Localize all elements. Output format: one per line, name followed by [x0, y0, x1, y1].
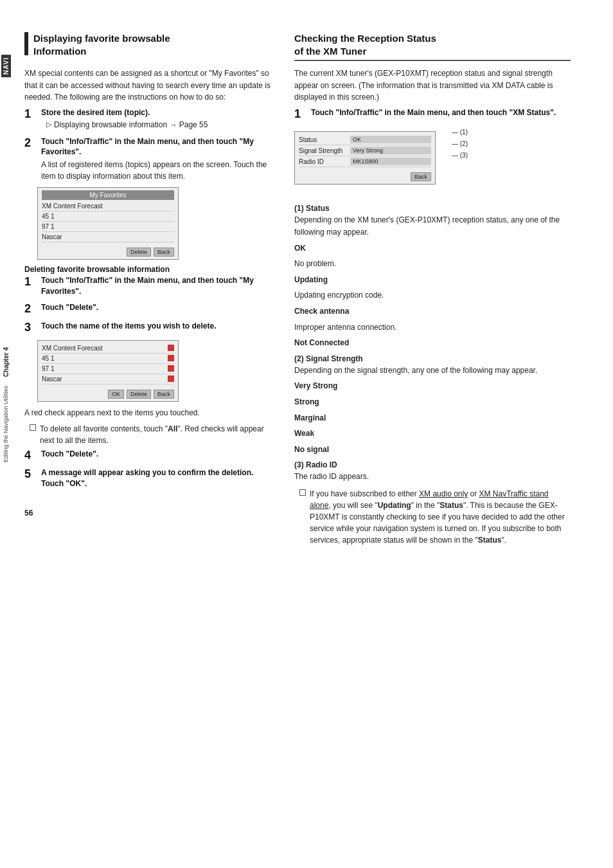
radioid-heading: (3) Radio ID: [294, 460, 571, 469]
check-item-text: To delete all favorite contents, touch "…: [40, 423, 275, 446]
delete-step-2-content: Touch "Delete".: [41, 302, 275, 313]
del-screen-buttons: OK Delete Back: [42, 387, 174, 399]
step-2-desc: A list of registered items (topics) appe…: [41, 159, 275, 182]
delete-step-1-content: Touch "Info/Traffic" in the Main menu, a…: [41, 275, 275, 297]
status-updating-desc: Updating encryption code.: [294, 289, 571, 302]
right-intro-text: The current XM tuner's (GEX-P10XMT) rece…: [294, 68, 571, 104]
del-screen-row-2: 45 1: [42, 354, 174, 364]
status-check-antenna-desc: Improper antenna connection.: [294, 321, 571, 334]
xm-audio-link: XM audio only: [419, 489, 468, 498]
final-step-4-title: Touch "Delete".: [41, 449, 275, 460]
delete-step-2-title: Touch "Delete".: [41, 302, 275, 313]
back-button[interactable]: Back: [154, 248, 174, 257]
signal-row: Signal Strength Very Strong: [299, 145, 431, 156]
delete-step-2: 2 Touch "Delete".: [24, 302, 275, 316]
del-screen-row-4: Nascar: [42, 374, 174, 384]
xm-status-screen: Status OK Signal Strength Very Strong Ra…: [294, 131, 436, 185]
chapter4-label: Chapter 4: [3, 347, 10, 377]
radioid-row: Radio ID MK1S800: [299, 156, 431, 167]
step-1: 1 Store the desired item (topic). ▷ Disp…: [24, 107, 275, 131]
status-heading: (1) Status: [294, 204, 571, 213]
left-column: Displaying favorite browsable Informatio…: [24, 32, 275, 548]
status-ok: OK: [294, 242, 571, 255]
step-1-sub: ▷ Displaying browsable information → Pag…: [46, 120, 275, 129]
delete-step-1-title: Touch "Info/Traffic" in the Main menu, a…: [41, 275, 275, 297]
delete-step-3: 3 Touch the name of the items you wish t…: [24, 321, 275, 335]
signal-no-signal: No signal: [294, 444, 571, 456]
screen-row-4: Nascar: [42, 232, 174, 242]
page-number: 56: [24, 509, 275, 518]
screen-row-2: 45 1: [42, 212, 174, 222]
step-2: 2 Touch "Info/Traffic" in the Main menu,…: [24, 136, 275, 183]
screen-row-1: XM Content Forecast: [42, 201, 174, 212]
editing-label: Editing the Navigation Utilities: [3, 386, 9, 462]
xm-back-btn-row: Back: [299, 170, 431, 181]
del-back-button[interactable]: Back: [154, 390, 174, 399]
checkbox-icon: [30, 424, 36, 431]
delete-step-1: 1 Touch "Info/Traffic" in the Main menu,…: [24, 275, 275, 297]
delete-screen: XM Content Forecast 45 1 97 1 Nascar OK …: [37, 340, 179, 402]
check-item-1: To delete all favorite contents, touch "…: [30, 423, 275, 446]
right-section-title: Checking the Reception Status of the XM …: [294, 32, 571, 61]
final-step-5-title: A message will appear asking you to conf…: [41, 467, 275, 489]
signal-very-strong: Very Strong: [294, 380, 571, 392]
my-favorites-screen: My Favorites XM Content Forecast 45 1 97…: [37, 187, 179, 260]
signal-marginal: Marginal: [294, 412, 571, 424]
signal-weak: Weak: [294, 428, 571, 440]
signal-desc: Depending on the signal strength, any on…: [294, 365, 571, 377]
status-desc: Depending on the XM tuner's (GEX-P10XMT)…: [294, 214, 571, 238]
annotation-3: — (3): [452, 152, 468, 159]
footnote-checkbox-icon: [299, 489, 306, 496]
signal-heading: (2) Signal Strength: [294, 354, 571, 363]
step-1-title: Store the desired item (topic).: [41, 107, 275, 118]
page-container: NAVI Chapter 4 Editing the Navigation Ut…: [0, 0, 613, 868]
step-2-title: Touch "Info/Traffic" in the Main menu, a…: [41, 136, 275, 158]
delete-subsection-heading: Deleting favorite browsable information: [24, 265, 275, 274]
final-step-4: 4 Touch "Delete".: [24, 449, 275, 463]
screen-row-3: 97 1: [42, 222, 174, 232]
status-row: Status OK: [299, 134, 431, 145]
status-ok-desc: No problem.: [294, 258, 571, 270]
right-step-1-content: Touch "Info/Traffic" in the Main menu, a…: [311, 107, 571, 118]
right-step-1-title: Touch "Info/Traffic" in the Main menu, a…: [311, 107, 571, 118]
main-content: Displaying favorite browsable Informatio…: [18, 26, 613, 842]
footnote-text: If you have subscribed to either XM audi…: [310, 488, 571, 546]
del-screen-row-1: XM Content Forecast: [42, 343, 174, 354]
sidebar: NAVI Chapter 4 Editing the Navigation Ut…: [0, 26, 18, 842]
two-column-layout: Displaying favorite browsable Informatio…: [24, 32, 594, 548]
annotation-1: — (1): [452, 129, 468, 136]
del-screen-row-3: 97 1: [42, 364, 174, 374]
left-section-header: Displaying favorite browsable Informatio…: [24, 32, 275, 61]
screen-buttons: Delete Back: [42, 245, 174, 257]
xm-status-screen-wrapper: Status OK Signal Strength Very Strong Ra…: [294, 126, 436, 191]
final-step-5-content: A message will appear asking you to conf…: [41, 467, 275, 489]
final-step-5: 5 A message will appear asking you to co…: [24, 467, 275, 489]
signal-strong: Strong: [294, 396, 571, 408]
radioid-desc: The radio ID appears.: [294, 471, 571, 483]
ok-button[interactable]: OK: [108, 390, 124, 399]
footnote-item: If you have subscribed to either XM audi…: [299, 488, 571, 546]
after-delete-text: A red check appears next to the items yo…: [24, 407, 275, 419]
status-check-antenna: Check antenna: [294, 305, 571, 318]
right-column: Checking the Reception Status of the XM …: [294, 32, 571, 548]
final-step-4-content: Touch "Delete".: [41, 449, 275, 460]
left-section-title: Displaying favorite browsable Informatio…: [33, 32, 170, 57]
section-header-bar: [24, 32, 28, 55]
delete-step-3-title: Touch the name of the items you wish to …: [41, 321, 275, 332]
screen-title: My Favorites: [42, 190, 174, 200]
annotation-2: — (2): [452, 140, 468, 147]
xm-back-button[interactable]: Back: [411, 172, 431, 181]
del-delete-button[interactable]: Delete: [127, 390, 151, 399]
left-intro-text: XM special contents can be assigned as a…: [24, 68, 275, 104]
step-1-content: Store the desired item (topic). ▷ Displa…: [41, 107, 275, 131]
arrow-icon: ▷: [46, 120, 51, 129]
status-not-connected: Not Connected: [294, 337, 571, 349]
status-updating: Updating: [294, 274, 571, 286]
delete-button[interactable]: Delete: [127, 248, 151, 257]
right-step-1: 1 Touch "Info/Traffic" in the Main menu,…: [294, 107, 571, 122]
delete-step-3-content: Touch the name of the items you wish to …: [41, 321, 275, 332]
step-2-content: Touch "Info/Traffic" in the Main menu, a…: [41, 136, 275, 183]
navi-label: NAVI: [1, 55, 11, 77]
